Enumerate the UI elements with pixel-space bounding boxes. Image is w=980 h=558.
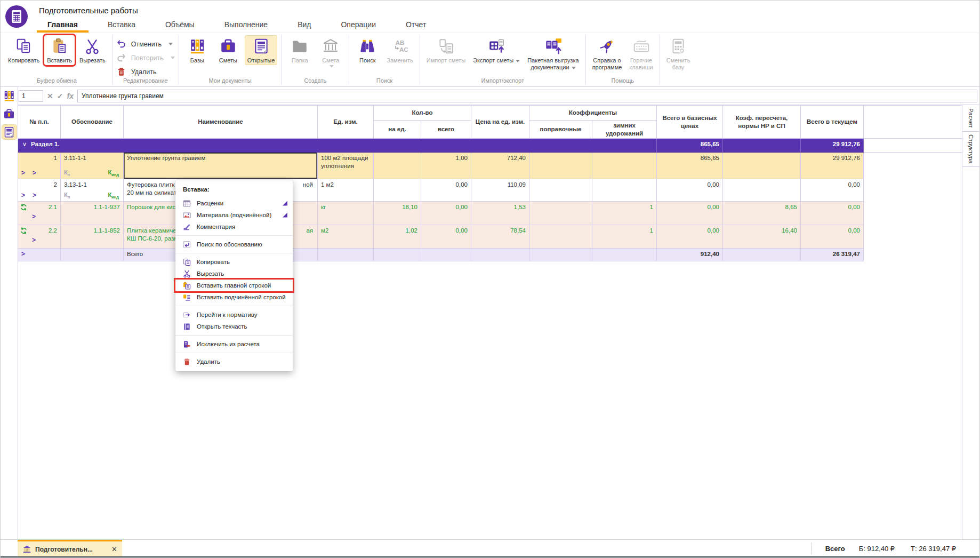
menu-tabs: ГлавнаяВставкаОбъёмыВыполнениеВидОпераци…	[37, 17, 437, 33]
chevron-down-icon	[168, 43, 173, 45]
button-Отменить[interactable]: Отменить	[116, 39, 173, 49]
menu-divider	[175, 235, 293, 236]
kp-badge[interactable]: Кп	[64, 191, 70, 200]
menu-item-Открыть техчасть[interactable]: Открыть техчасть	[175, 321, 293, 332]
menu-item-Перейти к нормативу[interactable]: Перейти к нормативу	[175, 309, 293, 321]
tab-calculation[interactable]: Расчет	[962, 105, 979, 132]
item-name-line2: 20 мм на силикат	[127, 189, 176, 196]
button-Экспорт сметы[interactable]: Экспорт сметы	[470, 35, 523, 65]
qty-total: 0,00	[456, 227, 468, 235]
menu-tab-Объёмы[interactable]: Объёмы	[155, 17, 205, 32]
button-label: Импорт сметы	[427, 57, 465, 64]
fx-icon[interactable]: fx	[67, 92, 73, 100]
panel-bases-icon[interactable]	[2, 89, 17, 103]
button-Смета[interactable]: Смета	[316, 35, 345, 69]
menu-item-Копировать[interactable]: Копировать	[175, 256, 293, 268]
total-current-price: 0,00	[848, 227, 860, 235]
menu-tab-Главная[interactable]: Главная	[37, 17, 89, 32]
estimates-icon	[3, 108, 15, 121]
section-row[interactable]: ∨Раздел 1.865,6529 912,76	[18, 139, 963, 153]
table-row-2.2[interactable]: 2.2>1.1-1-852Плитка керамичеКШ ПС-6-20, …	[18, 225, 963, 249]
button-Базы[interactable]: Базы	[183, 35, 212, 65]
confirm-icon[interactable]: ✓	[57, 92, 63, 100]
table-row-2.1[interactable]: 2.1>1.1-1-937Порошок для кискг18,100,001…	[18, 202, 963, 225]
panel-opened-icon[interactable]	[2, 125, 17, 139]
left-panel-strip	[1, 87, 18, 539]
import-icon	[437, 37, 455, 55]
button-Горячие клавиши[interactable]: Горячие клавиши	[626, 35, 655, 73]
menu-item-Поиск по обоснованию[interactable]: Поиск по обоснованию	[175, 238, 293, 250]
button-Заменить[interactable]: ABACЗаменить	[384, 35, 415, 65]
button-Удалить[interactable]: Удалить	[116, 67, 157, 77]
menu-item-Материала (подчинённой)[interactable]: Материала (подчинённой)	[175, 209, 293, 221]
menu-item-label: Поиск по обоснованию	[197, 241, 262, 248]
button-Сменить базу[interactable]: Сменить базу	[664, 35, 693, 73]
button-Вставить[interactable]: Вставить	[44, 35, 75, 65]
app-logo-icon	[5, 5, 28, 28]
justification-code: 1.1-1-937	[94, 203, 120, 211]
table-row-2[interactable]: 2>>3.13-1-1КпКиндФутеровка плитк20 мм на…	[18, 179, 963, 202]
total-current-price: 29 912,76	[833, 154, 860, 162]
svg-text:AC: AC	[399, 46, 408, 53]
menu-item-Комментария[interactable]: Комментария	[175, 221, 293, 233]
menu-item-Удалить[interactable]: Удалить	[175, 356, 293, 368]
chevron-expand-icons[interactable]: >>	[21, 192, 44, 200]
button-label: Смета	[322, 57, 339, 64]
panel-estimates-icon[interactable]	[2, 107, 17, 121]
chevron-expand-icons[interactable]: >>	[21, 169, 44, 178]
button-label: Папка	[292, 57, 308, 64]
recalc-coeff: 16,40	[782, 227, 797, 235]
button-Поиск[interactable]: Поиск	[353, 35, 382, 65]
button-Повторить[interactable]: Повторить	[116, 53, 175, 63]
button-Пакетная выгрузка документации[interactable]: Пакетная выгрузка документации	[525, 35, 581, 73]
button-label: Сметы	[219, 57, 237, 64]
row-number-input[interactable]	[19, 90, 43, 102]
button-Вырезать[interactable]: Вырезать	[77, 35, 108, 65]
button-Открытые[interactable]: Открытые	[245, 35, 278, 65]
ribbon-group-Поиск: ПоискABACЗаменитьПоиск	[349, 33, 419, 86]
button-Справка о программе[interactable]: Справка о программе	[590, 35, 625, 73]
header-unit: Ед. изм.	[318, 106, 374, 139]
coeff-winter: 1	[650, 227, 653, 235]
totals-row[interactable]: >Всего912,4026 319,47	[18, 249, 963, 261]
menu-tab-Вставка[interactable]: Вставка	[97, 17, 146, 32]
kind-badge[interactable]: Кинд	[108, 191, 119, 200]
context-menu: Вставка:РасценкиМатериала (подчинённой)К…	[175, 180, 293, 371]
header-recalc: Коэф. пересчета, нормы НР и СП	[723, 106, 801, 139]
close-tab-icon[interactable]: ✕	[111, 545, 117, 553]
tab-structure[interactable]: Структура	[962, 132, 979, 167]
cancel-icon[interactable]: ✕	[47, 92, 53, 100]
document-tab[interactable]: Подготовительн... ✕	[18, 540, 122, 557]
table-row-1[interactable]: 1>>3.11-1-1КпКиндУплотнение грунта грави…	[18, 153, 963, 179]
button-Импорт сметы[interactable]: Импорт сметы	[424, 35, 468, 65]
header-qty-group: Кол-во	[374, 106, 471, 121]
menu-item-Вставить главной строкой[interactable]: Вставить главной строкой	[175, 280, 293, 291]
totals-label: Всего	[127, 251, 143, 257]
menu-item-Исключить из расчета[interactable]: Исключить из расчета	[175, 338, 293, 350]
chevron-collapse-icon[interactable]: ∨	[22, 140, 27, 148]
name-formula-input[interactable]	[77, 90, 977, 102]
menu-tab-Выполнение[interactable]: Выполнение	[214, 17, 278, 32]
button-Папка[interactable]: Папка	[285, 35, 314, 65]
button-label: Базы	[190, 57, 204, 64]
button-Сметы[interactable]: Сметы	[214, 35, 243, 65]
header-justification: Обоснование	[61, 106, 124, 139]
kp-badge[interactable]: Кп	[64, 169, 70, 178]
button-Копировать[interactable]: Копировать	[5, 35, 42, 65]
menu-tab-Вид[interactable]: Вид	[287, 17, 322, 32]
chevron-down-icon	[516, 60, 520, 62]
paste-sub-icon	[183, 293, 191, 301]
totals-statusbar: Всего Б: 912,40 ₽ Т: 26 319,47 ₽	[811, 540, 972, 557]
menu-divider	[175, 253, 293, 253]
submenu-arrow-icon	[283, 201, 287, 206]
button-label: Открытые	[247, 57, 275, 64]
item-name-line1: Футеровка плитк	[127, 181, 174, 188]
kind-badge[interactable]: Кинд	[108, 169, 119, 178]
menu-item-Вставить подчинённой строкой[interactable]: Вставить подчинённой строкой	[175, 291, 293, 303]
header-filler	[864, 106, 963, 139]
menu-divider	[175, 306, 293, 306]
menu-tab-Отчет[interactable]: Отчет	[395, 17, 437, 32]
menu-tab-Операции[interactable]: Операции	[330, 17, 387, 32]
menu-item-Расценки[interactable]: Расценки	[175, 197, 293, 209]
menu-item-Вырезать[interactable]: Вырезать	[175, 268, 293, 280]
